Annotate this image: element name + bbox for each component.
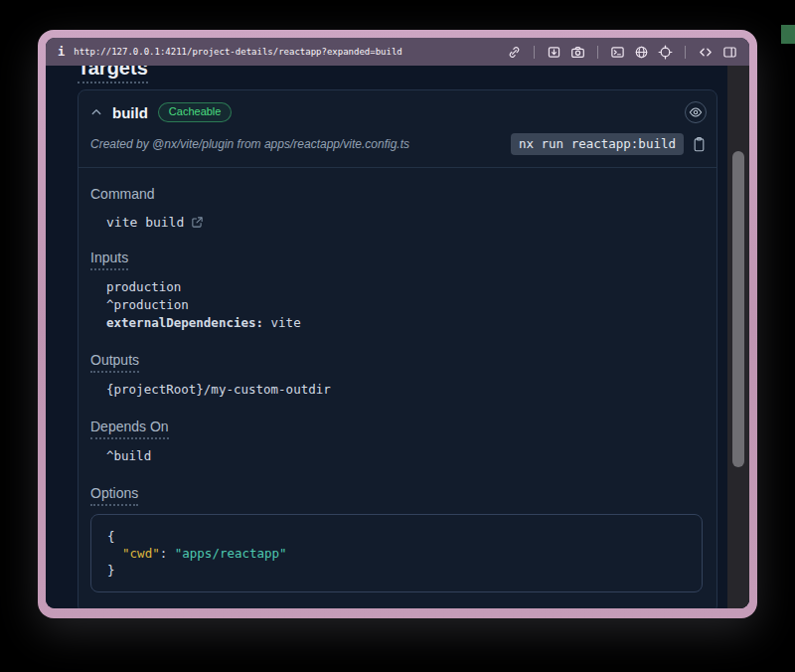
cacheable-badge: Cacheable: [158, 102, 233, 122]
options-heading: Options: [90, 485, 703, 501]
config-item: {projectRoot}/my-custom-outdir: [106, 381, 703, 399]
external-link-icon[interactable]: [191, 216, 204, 229]
code-line: "cwd": "apps/reactapp": [107, 545, 686, 562]
target-details-build: Command vite build Inputs production^pro…: [79, 168, 716, 608]
target-card-build: build Cacheable Created by @nx/vite/plug…: [78, 89, 717, 608]
target-name: build: [112, 104, 148, 121]
split-view-icon[interactable]: [722, 45, 737, 60]
page-content-area: Targets build Cacheable: [46, 66, 749, 608]
target-header-build[interactable]: build Cacheable: [79, 90, 716, 131]
options-code-block: { "cwd": "apps/reactapp"}: [90, 514, 703, 592]
config-item-key: externalDependencies:: [106, 315, 263, 330]
outputs-list: {projectRoot}/my-custom-outdir: [90, 381, 703, 399]
chevron-up-icon[interactable]: [90, 106, 102, 118]
background-artifact: [781, 25, 795, 44]
outputs-heading: Outputs: [90, 352, 703, 368]
depends-on-list: ^build: [90, 447, 703, 465]
code-line: {: [107, 528, 686, 545]
target-icon[interactable]: [658, 45, 673, 60]
page-title: Targets: [78, 66, 717, 80]
created-by-text: Created by @nx/vite/plugin from apps/rea…: [90, 137, 409, 151]
config-item: production: [106, 278, 703, 296]
toolbar-separator: [685, 46, 686, 59]
depends-on-heading: Depends On: [90, 419, 703, 434]
toolbar-actions: [507, 45, 737, 60]
inputs-heading: Inputs: [90, 250, 703, 265]
toolbar-separator: [534, 46, 535, 59]
camera-icon[interactable]: [570, 45, 585, 60]
toolbar-separator: [597, 46, 598, 59]
browser-window-inner: i http://127.0.0.1:4211/project-details/…: [46, 38, 749, 608]
command-value: vite build: [106, 215, 184, 230]
code-icon[interactable]: [698, 45, 714, 60]
scrollbar-thumb[interactable]: [732, 151, 744, 467]
scroll-content: Targets build Cacheable: [78, 66, 717, 608]
command-heading: Command: [90, 186, 703, 202]
inputs-list: production^productionexternalDependencie…: [90, 278, 703, 332]
run-command-chip: nx run reactapp:build: [511, 133, 684, 155]
config-item: ^production: [106, 296, 703, 314]
copy-command-button[interactable]: [692, 136, 707, 153]
code-line: }: [107, 562, 686, 579]
globe-icon[interactable]: [634, 45, 649, 60]
browser-window: i http://127.0.0.1:4211/project-details/…: [38, 30, 757, 618]
clipboard-icon: [692, 136, 707, 153]
terminal-icon[interactable]: [610, 45, 625, 60]
address-bar[interactable]: http://127.0.0.1:4211/project-details/re…: [74, 47, 402, 57]
info-icon: i: [58, 45, 65, 59]
download-box-icon[interactable]: [547, 45, 561, 60]
eye-icon: [689, 105, 703, 119]
page-viewport: Targets build Cacheable: [46, 66, 727, 608]
command-value-row: vite build: [106, 215, 703, 230]
link-icon[interactable]: [507, 45, 522, 60]
config-item: ^build: [106, 447, 703, 465]
target-created-row: Created by @nx/vite/plugin from apps/rea…: [79, 131, 716, 168]
browser-toolbar: i http://127.0.0.1:4211/project-details/…: [46, 38, 749, 66]
scrollbar-track[interactable]: [727, 66, 749, 608]
config-item: externalDependencies: vite: [106, 314, 703, 332]
view-target-button[interactable]: [685, 101, 707, 123]
